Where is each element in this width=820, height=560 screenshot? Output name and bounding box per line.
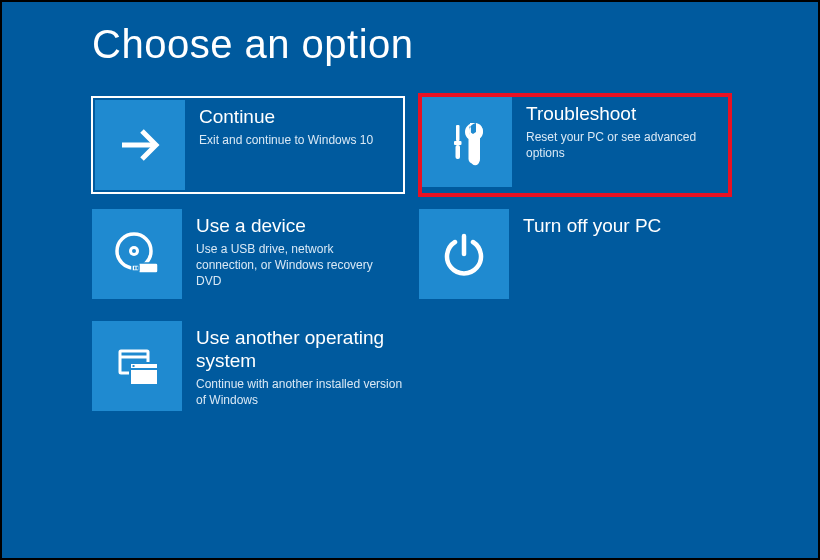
recovery-options-screen: Choose an option Continue Exit and conti… bbox=[2, 2, 818, 417]
use-another-os-tile[interactable]: Use another operating system Continue wi… bbox=[92, 321, 412, 417]
arrow-right-icon bbox=[95, 100, 185, 190]
svg-rect-1 bbox=[456, 125, 460, 141]
troubleshoot-title: Troubleshoot bbox=[526, 103, 724, 126]
svg-rect-10 bbox=[137, 267, 139, 270]
use-another-os-desc: Continue with another installed version … bbox=[196, 376, 408, 408]
tools-icon bbox=[422, 97, 512, 187]
svg-rect-2 bbox=[454, 141, 462, 145]
troubleshoot-tile[interactable]: Troubleshoot Reset your PC or see advanc… bbox=[422, 97, 728, 193]
svg-rect-3 bbox=[456, 145, 461, 159]
use-device-tile[interactable]: Use a device Use a USB drive, network co… bbox=[92, 209, 401, 305]
tile-text: Continue Exit and continue to Windows 10 bbox=[185, 100, 401, 148]
windows-stack-icon bbox=[92, 321, 182, 411]
use-device-desc: Use a USB drive, network connection, or … bbox=[196, 241, 397, 290]
svg-rect-9 bbox=[134, 267, 136, 270]
page-title: Choose an option bbox=[92, 22, 728, 67]
tile-text: Use a device Use a USB drive, network co… bbox=[182, 209, 401, 289]
tile-row: Use another operating system Continue wi… bbox=[92, 321, 728, 417]
tile-row: Continue Exit and continue to Windows 10 bbox=[92, 97, 728, 193]
tile-text: Use another operating system Continue wi… bbox=[182, 321, 412, 408]
continue-tile[interactable]: Continue Exit and continue to Windows 10 bbox=[92, 97, 404, 193]
tile-text: Troubleshoot Reset your PC or see advanc… bbox=[512, 97, 728, 161]
tile-row: Use a device Use a USB drive, network co… bbox=[92, 209, 728, 305]
continue-title: Continue bbox=[199, 106, 397, 129]
use-device-title: Use a device bbox=[196, 215, 397, 238]
svg-point-6 bbox=[132, 249, 136, 253]
use-another-os-title: Use another operating system bbox=[196, 327, 408, 373]
tile-text: Turn off your PC bbox=[509, 209, 728, 241]
tile-grid: Continue Exit and continue to Windows 10 bbox=[92, 97, 728, 417]
svg-rect-7 bbox=[138, 263, 158, 273]
turn-off-tile[interactable]: Turn off your PC bbox=[419, 209, 728, 305]
troubleshoot-desc: Reset your PC or see advanced options bbox=[526, 129, 724, 161]
power-icon bbox=[419, 209, 509, 299]
turn-off-title: Turn off your PC bbox=[523, 215, 724, 238]
svg-rect-16 bbox=[132, 365, 135, 368]
disc-usb-icon bbox=[92, 209, 182, 299]
continue-desc: Exit and continue to Windows 10 bbox=[199, 132, 397, 148]
